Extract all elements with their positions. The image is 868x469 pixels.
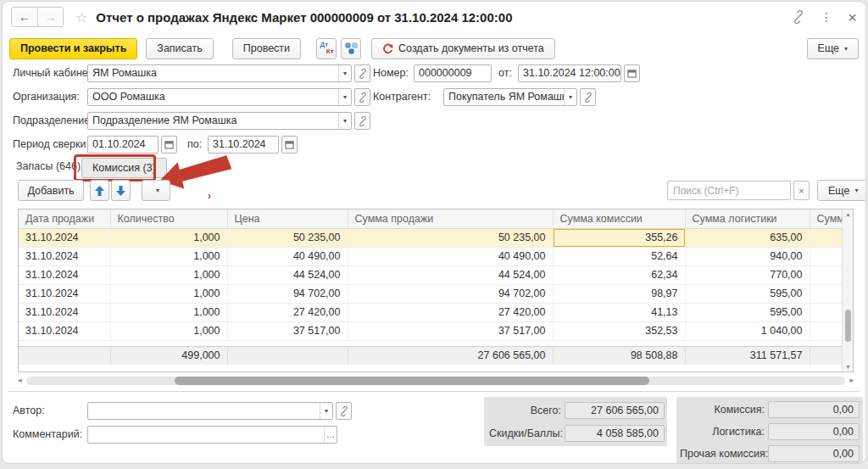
grid-cell[interactable]: 40 490,00 [348, 247, 553, 265]
grid-cell[interactable] [810, 303, 842, 321]
scroll-up-icon[interactable]: ▲ [843, 211, 854, 217]
grid-more-button[interactable]: Еще▾ [817, 180, 866, 201]
grid-cell[interactable]: 635,00 [685, 228, 810, 247]
grid-cell[interactable]: 52,64 [553, 247, 685, 265]
chevron-down-icon[interactable]: ▾ [564, 89, 576, 105]
grid-cell[interactable]: 31.10.2024 [19, 228, 110, 247]
column-header[interactable]: Цена [227, 209, 348, 228]
vertical-scroll-thumb[interactable] [845, 310, 851, 342]
favorite-star-icon[interactable]: ☆ [75, 9, 87, 25]
chevron-down-icon[interactable]: ▾ [338, 113, 351, 129]
grid-cell[interactable]: 1,000 [110, 321, 227, 340]
close-icon[interactable]: × [848, 9, 857, 25]
table-row[interactable]: 31.10.20241,00027 420,0027 420,0041,1359… [19, 303, 842, 321]
search-clear-icon[interactable]: × [793, 181, 810, 200]
grid-cell[interactable]: 940,00 [685, 247, 810, 265]
grid-cell[interactable]: 41,13 [553, 303, 685, 321]
ellipsis-button[interactable]: … [324, 427, 337, 443]
spreadsheet-export-button[interactable]: ▾ [142, 180, 170, 201]
scroll-left-icon[interactable]: ◂ [18, 376, 22, 384]
scroll-right-icon[interactable]: ▸ [849, 376, 854, 384]
grid-cell[interactable]: 50 235,00 [227, 228, 348, 247]
post-and-close-button[interactable]: Провести и закрыть [9, 38, 137, 59]
grid-cell[interactable]: 44 524,00 [348, 265, 553, 284]
forward-button[interactable]: → [37, 8, 63, 26]
grid-cell[interactable]: 37 517,00 [348, 321, 553, 340]
column-header[interactable]: Сумма продажи [348, 209, 553, 228]
department-field[interactable]: Подразделение ЯМ Ромашка ▾ [87, 112, 352, 130]
column-header[interactable]: Сумма комиссии [553, 209, 685, 228]
chevron-down-icon[interactable]: ▾ [338, 65, 351, 81]
kebab-menu-icon[interactable]: ⋮ [821, 10, 832, 24]
author-field[interactable]: ▾ [87, 402, 333, 420]
grid-cell[interactable]: 31.10.2024 [19, 265, 110, 284]
author-link-button[interactable] [336, 402, 352, 420]
move-down-button[interactable] [111, 180, 131, 201]
scroll-down-icon[interactable]: ▼ [843, 364, 854, 370]
period-to-calendar-button[interactable] [281, 136, 298, 154]
grid-cell[interactable]: 1 040,00 [685, 321, 810, 340]
period-from-field[interactable]: 01.10.2024 [87, 136, 159, 154]
column-header[interactable]: Сумма [810, 209, 842, 228]
horizontal-scroll-thumb[interactable] [175, 377, 649, 385]
grid-cell[interactable] [810, 321, 842, 340]
grid-cell[interactable]: 37 517,00 [227, 321, 348, 340]
grid-cell[interactable]: 31.10.2024 [19, 284, 110, 303]
grid-cell[interactable]: 62,34 [553, 265, 685, 284]
date-field[interactable]: 31.10.2024 12:00:00 [518, 64, 621, 82]
period-from-calendar-button[interactable] [161, 136, 177, 154]
grid-cell[interactable]: 770,00 [685, 265, 810, 284]
grid-cell[interactable]: 595,00 [685, 284, 810, 303]
grid-cell[interactable]: 355,26 [553, 228, 685, 247]
table-row[interactable]: 31.10.20241,00040 490,0040 490,0052,6494… [19, 247, 842, 265]
number-field[interactable]: 000000009 [414, 64, 492, 82]
debit-credit-button[interactable]: ДтКт [316, 38, 337, 59]
search-input[interactable] [667, 181, 791, 200]
grid-cell[interactable]: 352,53 [553, 321, 685, 340]
grid-cell[interactable] [810, 228, 842, 247]
grid-cell[interactable] [810, 247, 842, 265]
grid-cell[interactable]: 94 702,00 [227, 284, 348, 303]
organization-link-button[interactable] [354, 88, 370, 106]
horizontal-scrollbar[interactable]: ◂ ▸ [18, 376, 854, 386]
add-row-button[interactable]: Добавить [18, 180, 84, 201]
grid-cell[interactable]: 44 524,00 [227, 265, 348, 284]
personal-account-link-button[interactable] [354, 64, 370, 82]
table-row[interactable]: 31.10.20241,00094 702,0094 702,0098,9759… [19, 284, 842, 303]
vertical-scrollbar[interactable]: ▲ ▼ [842, 209, 853, 371]
table-row[interactable]: 31.10.20241,00044 524,0044 524,0062,3477… [19, 265, 842, 284]
column-header[interactable]: Сумма логистики [685, 209, 810, 228]
grid-cell[interactable]: 50 235,00 [348, 228, 553, 247]
column-header[interactable]: Дата продажи [19, 209, 110, 228]
date-calendar-button[interactable] [624, 64, 640, 82]
write-button[interactable]: Записать [146, 38, 213, 59]
table-row[interactable]: 31.10.20241,00050 235,0050 235,00355,266… [19, 228, 842, 247]
counterparty-link-button[interactable] [580, 88, 596, 106]
grid-cell[interactable]: 31.10.2024 [19, 321, 110, 340]
back-button[interactable]: ← [12, 8, 37, 26]
counterparty-field[interactable]: Покупатель ЯМ Ромашка ▾ [443, 88, 577, 106]
column-header[interactable]: Количество [110, 209, 227, 228]
table-row[interactable]: 31.10.20241,00037 517,0037 517,00352,531… [19, 321, 842, 340]
grid-cell[interactable]: 94 702,00 [348, 284, 553, 303]
grid-cell[interactable]: 1,000 [110, 247, 227, 265]
tab-zapasy[interactable]: Запасы (646) [16, 160, 81, 172]
grid-cell[interactable]: 27 420,00 [348, 303, 553, 321]
grid-cell[interactable] [810, 284, 842, 303]
chevron-down-icon[interactable]: ▾ [338, 89, 351, 105]
post-button[interactable]: Провести [232, 38, 301, 59]
grid-cell[interactable]: 31.10.2024 [19, 247, 110, 265]
comment-field[interactable]: … [87, 426, 337, 444]
toolbar-more-button[interactable]: Еще▾ [807, 38, 859, 59]
grid-cell[interactable]: 1,000 [110, 228, 227, 247]
grid-cell[interactable]: 27 420,00 [227, 303, 348, 321]
grid-cell[interactable]: 40 490,00 [227, 247, 348, 265]
personal-account-field[interactable]: ЯМ Ромашка ▾ [87, 64, 352, 82]
create-documents-button[interactable]: Создать документы из отчета [371, 38, 555, 59]
move-up-button[interactable] [90, 180, 109, 201]
grid-cell[interactable]: 595,00 [685, 303, 810, 321]
grid-cell[interactable]: 1,000 [110, 284, 227, 303]
grid-cell[interactable]: 31.10.2024 [19, 303, 110, 321]
organization-field[interactable]: ООО Ромашка ▾ [87, 88, 352, 106]
grid-cell[interactable]: 1,000 [110, 265, 227, 284]
